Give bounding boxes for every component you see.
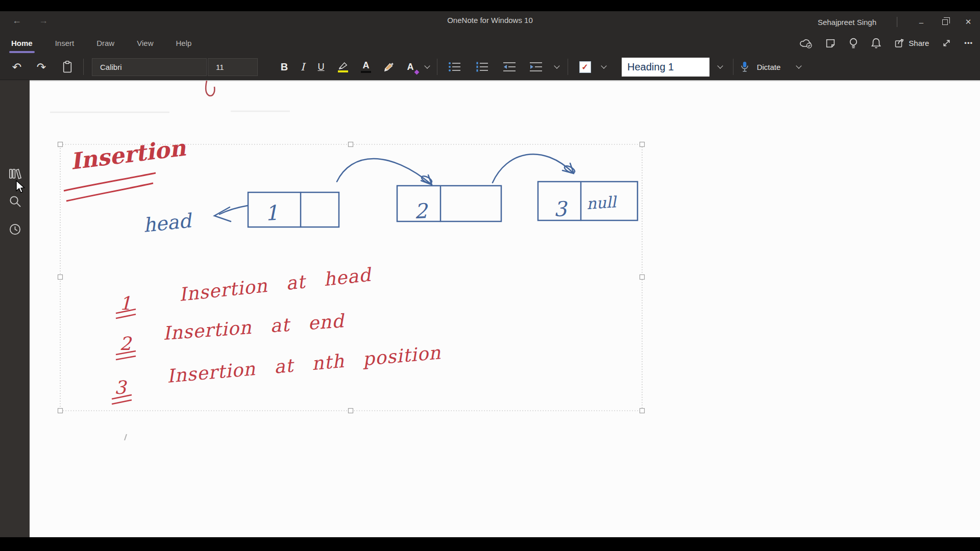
close-button[interactable]: ✕: [957, 11, 980, 33]
underline-label: U: [318, 62, 325, 72]
titlebar-divider: [897, 17, 897, 27]
font-name-select[interactable]: Calibri: [92, 58, 207, 76]
chevron-down-icon: [717, 63, 723, 68]
search-icon: [8, 194, 22, 208]
numbered-list-button[interactable]: [471, 54, 493, 80]
notebooks-button[interactable]: [8, 167, 22, 181]
tab-insert[interactable]: Insert: [54, 37, 76, 49]
fullscreen-icon[interactable]: [941, 38, 952, 48]
sync-status-icon[interactable]: [799, 38, 813, 48]
tab-home[interactable]: Home: [10, 37, 34, 49]
paste-button[interactable]: [57, 54, 78, 80]
letterbox-top: [0, 0, 980, 11]
underline-button[interactable]: U: [312, 54, 330, 80]
lightbulb-icon[interactable]: [848, 37, 859, 49]
restore-icon: [942, 19, 948, 25]
undo-button[interactable]: ↶: [7, 54, 27, 80]
tag-options-dropdown[interactable]: [597, 54, 610, 80]
font-color-button[interactable]: A: [356, 54, 376, 80]
outdent-icon: [503, 61, 516, 73]
redo-button[interactable]: ↷: [32, 54, 51, 80]
ribbon-divider: [437, 59, 437, 75]
format-painter-button[interactable]: [379, 54, 399, 80]
italic-button[interactable]: I: [295, 54, 310, 80]
tab-draw[interactable]: Draw: [95, 37, 115, 49]
page-canvas[interactable]: [30, 80, 980, 537]
clear-formatting-button[interactable]: A: [401, 54, 420, 80]
minimize-button[interactable]: –: [910, 11, 933, 33]
chevron-down-icon: [601, 63, 606, 68]
bell-icon[interactable]: [871, 37, 881, 49]
clear-formatting-icon: A: [407, 62, 414, 72]
ribbon-divider: [733, 59, 733, 75]
todo-checkbox-icon: ✓: [579, 61, 591, 73]
letterbox-bottom: [0, 537, 980, 551]
left-sidebar: [0, 80, 30, 537]
todo-tag-button[interactable]: ✓: [575, 54, 595, 80]
font-options-dropdown[interactable]: [421, 54, 434, 80]
outdent-button[interactable]: [498, 54, 521, 80]
notebooks-icon: [8, 167, 22, 181]
tab-view[interactable]: View: [136, 37, 154, 49]
quick-actions: Share •••: [799, 33, 973, 54]
ribbon-divider: [568, 59, 568, 75]
highlighter-icon: [338, 62, 348, 72]
numbered-list-icon: [475, 61, 488, 73]
tab-help[interactable]: Help: [175, 37, 192, 49]
titlebar: ← → OneNote for Windows 10 Sehajpreet Si…: [0, 11, 980, 33]
chevron-down-icon: [424, 63, 430, 68]
ribbon-toolbar: ↶ ↷ Calibri 11 B I U A A: [0, 54, 980, 80]
highlight-button[interactable]: [333, 54, 353, 80]
dictate-dropdown[interactable]: [792, 54, 805, 80]
format-painter-icon: [383, 61, 395, 73]
bold-button[interactable]: B: [276, 54, 293, 80]
font-color-icon: A: [361, 61, 371, 73]
maximize-button[interactable]: [933, 11, 957, 33]
mouse-cursor-icon: [15, 180, 26, 196]
bullet-list-button[interactable]: [443, 54, 465, 80]
diamond-accent: [414, 70, 420, 75]
clipboard-icon: [62, 60, 73, 73]
bold-label: B: [281, 61, 288, 73]
share-button[interactable]: Share: [894, 37, 929, 49]
indent-button[interactable]: [525, 54, 547, 80]
chevron-down-icon: [796, 63, 801, 68]
style-select[interactable]: Heading 1: [622, 58, 709, 77]
share-label: Share: [909, 39, 929, 47]
menubar: Home Insert Draw View Help Share: [0, 33, 980, 54]
undo-icon: ↶: [12, 61, 21, 73]
share-icon: [894, 37, 905, 49]
recent-notes-button[interactable]: [8, 222, 22, 236]
account-name[interactable]: Sehajpreet Singh: [818, 18, 876, 27]
sticky-note-icon[interactable]: [825, 38, 836, 49]
dictate-button[interactable]: [737, 54, 752, 80]
ribbon-tabs: Home Insert Draw View Help: [10, 33, 192, 54]
ribbon-divider: [83, 59, 84, 75]
chevron-down-icon: [554, 63, 559, 68]
redo-icon: ↷: [37, 61, 46, 73]
italic-label: I: [301, 61, 305, 73]
app-window: ← → OneNote for Windows 10 Sehajpreet Si…: [0, 0, 980, 551]
search-button[interactable]: [8, 194, 22, 208]
indent-icon: [529, 61, 543, 73]
list-options-dropdown[interactable]: [550, 54, 564, 80]
ellipsis-icon[interactable]: •••: [964, 39, 973, 47]
dictate-mic-icon: [739, 60, 750, 73]
style-dropdown[interactable]: [714, 54, 727, 80]
bullet-list-icon: [448, 61, 461, 73]
font-size-select[interactable]: 11: [208, 58, 258, 76]
recent-icon: [8, 222, 22, 236]
dictate-label[interactable]: Dictate: [753, 54, 784, 80]
